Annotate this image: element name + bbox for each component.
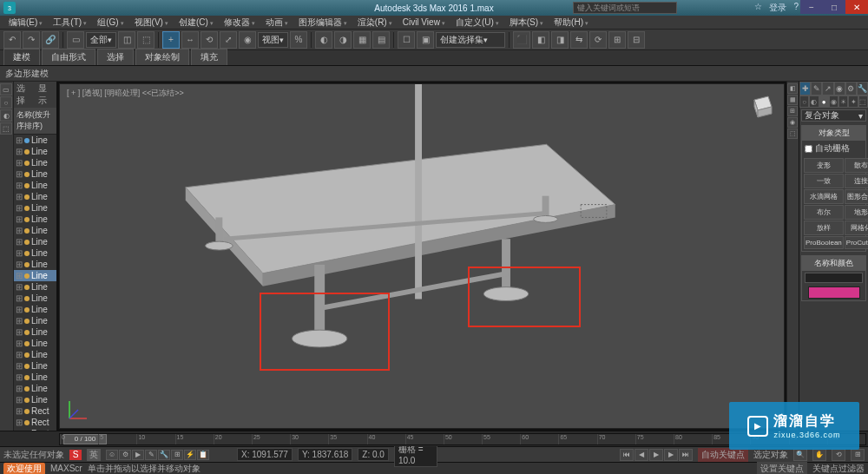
nav-max-button[interactable]: ⊞ — [851, 449, 865, 461]
schematic-button[interactable]: ⇆ — [570, 31, 588, 49]
material-button[interactable]: ⟳ — [589, 31, 607, 49]
scene-item[interactable]: ⊞Line — [14, 259, 56, 270]
scene-item[interactable]: ⊞Line — [14, 180, 56, 191]
menu-view[interactable]: 视图(V) — [131, 16, 172, 29]
scene-item[interactable]: ⊞Line — [14, 146, 56, 157]
color-swatch[interactable] — [808, 286, 860, 299]
lt-btn-1[interactable]: ▭ — [0, 83, 12, 95]
scene-tab-select[interactable]: 选择 — [16, 82, 33, 107]
scale-button[interactable]: ⤢ — [220, 31, 237, 49]
scene-item[interactable]: ⊞Line — [14, 191, 56, 202]
scene-item[interactable]: ⊞Line — [14, 135, 56, 146]
select-button[interactable]: ▭ — [67, 31, 84, 49]
render-setup-button[interactable]: ⊞ — [608, 31, 626, 49]
layers-button[interactable]: ◧ — [532, 31, 549, 49]
object-name-input[interactable] — [805, 273, 863, 283]
axis-gizmo[interactable] — [65, 397, 91, 423]
view-dropdown[interactable]: 视图 ▾ — [258, 32, 288, 48]
menu-grapheditors[interactable]: 图形编辑器 — [295, 16, 351, 29]
coord-y[interactable]: Y: 1837.618 — [298, 448, 352, 461]
lang-indicator[interactable]: 英 — [87, 449, 101, 461]
objtype-button[interactable]: 变形 — [804, 158, 844, 173]
selection-set-dropdown[interactable]: 创建选择集 ▾ — [436, 32, 505, 48]
objtype-button[interactable]: 图形合并 — [845, 189, 868, 204]
ime-tool-icon[interactable]: 🔧 — [158, 450, 170, 460]
scene-tab-display[interactable]: 显示 — [38, 82, 55, 107]
cp-tab-utilities[interactable]: 🔧 — [857, 82, 868, 95]
select-window-button[interactable]: ⬚ — [137, 31, 155, 49]
help-icon[interactable]: ? — [793, 2, 799, 14]
keyfilter-button[interactable]: 关键点过滤器 — [812, 463, 865, 475]
ime-tool-icon[interactable]: 📋 — [197, 450, 209, 460]
lt-btn-3[interactable]: ◐ — [0, 109, 12, 122]
goto-start-button[interactable]: ⏮ — [620, 449, 634, 461]
cp-tab-hierarchy[interactable]: ↗ — [822, 82, 833, 95]
scene-item[interactable]: ⊞Line — [14, 293, 56, 304]
ribbon-tab-objpaint[interactable]: 对象绘制 — [135, 49, 189, 65]
scene-item[interactable]: ⊞Rect — [14, 405, 56, 417]
ime-indicator[interactable]: S — [69, 450, 82, 460]
objtype-button[interactable]: 连接 — [845, 174, 868, 188]
minimize-button[interactable]: − — [800, 0, 823, 14]
scene-item[interactable]: ⊞Line — [14, 372, 56, 383]
cp-tab-display[interactable]: ⚙ — [845, 82, 857, 95]
nav-pan-button[interactable]: ✋ — [812, 449, 826, 461]
close-button[interactable]: ✕ — [845, 0, 868, 14]
scene-item[interactable]: ⊞Line — [14, 214, 56, 225]
cp-category-dropdown[interactable]: 复合对象▾ — [801, 109, 866, 122]
signin-link[interactable]: 登录 — [769, 2, 786, 14]
refsys-button[interactable]: ◉ — [239, 31, 256, 49]
coord-z[interactable]: Z: 0.0 — [358, 448, 389, 461]
menu-animation[interactable]: 动画 — [262, 16, 292, 29]
objtype-button[interactable]: 水滴网格 — [804, 189, 844, 204]
rt-btn-3[interactable]: ⊞ — [787, 106, 798, 116]
scene-item[interactable]: ⊞Line — [14, 315, 56, 326]
scene-item[interactable]: ⊞Line — [14, 304, 56, 315]
menu-help[interactable]: 帮助(H) — [550, 16, 592, 29]
scene-item[interactable]: ⊞Line — [14, 236, 56, 247]
align-button[interactable]: ⬛ — [513, 31, 530, 49]
scene-item[interactable]: ⊞Line — [14, 202, 56, 214]
cp-tab-create[interactable]: ✚ — [799, 82, 811, 95]
scene-item[interactable]: ⊞Line — [14, 338, 56, 349]
scene-item[interactable]: ⊞Line — [14, 349, 56, 360]
cp-sub-geometry[interactable]: ○ — [799, 95, 809, 108]
menu-create[interactable]: 创建(C) — [175, 16, 217, 29]
setkey-button[interactable]: 设置关键点 — [757, 462, 807, 475]
scene-item[interactable]: ⊞Line — [14, 394, 56, 405]
cp-sub-lights[interactable]: ● — [819, 95, 829, 108]
scene-item[interactable]: ⊞Line — [14, 281, 56, 293]
menu-rendering[interactable]: 渲染(R) — [354, 16, 396, 29]
scene-item[interactable]: ⊞Line — [14, 270, 56, 281]
cp-sub-shapes[interactable]: ◐ — [809, 95, 819, 108]
ribbon-tab-selection[interactable]: 选择 — [97, 49, 134, 65]
mirror-button[interactable]: ▣ — [417, 31, 434, 49]
scene-item[interactable]: ⊞Line — [14, 360, 56, 372]
objtype-button[interactable]: 地形 — [845, 205, 868, 220]
select-rect-button[interactable]: ◫ — [118, 31, 135, 49]
play-button[interactable]: ▶ — [649, 449, 663, 461]
move-button[interactable]: + — [162, 31, 180, 49]
curve-editor-button[interactable]: ◨ — [551, 31, 569, 49]
angle-snap-button[interactable]: ◑ — [334, 31, 352, 49]
ime-tool-icon[interactable]: ✎ — [145, 450, 157, 460]
ime-tool-icon[interactable]: ⚙ — [119, 450, 131, 460]
autogrid-checkbox[interactable] — [805, 145, 812, 153]
scene-item[interactable]: ⊞Line — [14, 157, 56, 168]
rt-btn-4[interactable]: ◉ — [787, 117, 798, 128]
viewport-perspective[interactable]: [ + ] [透视] [明暗处理] <<已冻结>> — [59, 83, 785, 429]
scene-item[interactable]: ⊞Rect — [14, 417, 56, 428]
ime-tool-icon[interactable]: ⚡ — [184, 450, 196, 460]
cp-tab-modify[interactable]: ✎ — [811, 82, 822, 95]
move-tool-button[interactable]: ↔ — [181, 31, 199, 49]
star-icon[interactable]: ☆ — [754, 2, 762, 14]
cp-sub-systems[interactable]: ⬚ — [858, 95, 868, 108]
named-sel-button[interactable]: ☐ — [398, 31, 415, 49]
menu-tools[interactable]: 工具(T) — [49, 16, 90, 29]
objtype-button[interactable]: ProCutter — [845, 236, 868, 249]
nav-zoom-button[interactable]: 🔍 — [793, 449, 807, 461]
cp-tab-motion[interactable]: ◉ — [834, 82, 845, 95]
link-button[interactable]: 🔗 — [42, 31, 59, 49]
scene-header[interactable]: 名称(按升序排序) — [14, 108, 56, 135]
objtype-button[interactable]: 网格化 — [845, 221, 868, 235]
